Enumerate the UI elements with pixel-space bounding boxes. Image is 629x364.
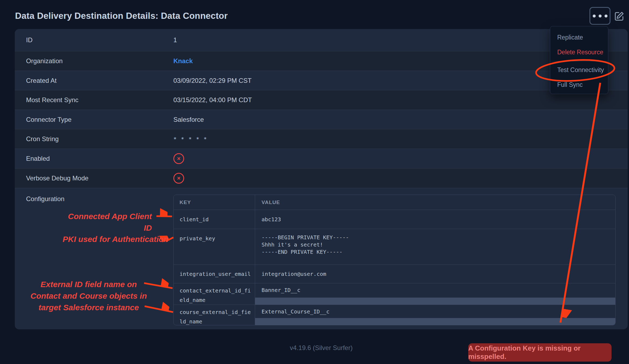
column-header-key: KEY xyxy=(174,195,255,210)
detail-value: 1 xyxy=(173,36,177,44)
config-row-private-key: private_key -----BEGIN PRIVATE KEY----- … xyxy=(174,229,615,265)
menu-item-full-sync[interactable]: Full Sync xyxy=(550,77,608,92)
more-actions-button[interactable] xyxy=(589,7,610,25)
edit-button[interactable] xyxy=(614,11,625,22)
config-key: course_external_id_field_name xyxy=(174,305,255,325)
detail-value: 03/09/2022, 02:29 PM CST xyxy=(173,77,252,84)
detail-row-verbose-debug-mode: Verbose Debug Mode ✕ xyxy=(15,168,628,188)
ellipsis-icon xyxy=(605,15,607,17)
organization-link[interactable]: Knack xyxy=(173,57,193,65)
detail-label: ID xyxy=(15,36,173,44)
menu-divider xyxy=(550,61,608,61)
config-value: Banner_ID__c xyxy=(255,283,615,305)
detail-value: * * * * * xyxy=(173,136,207,142)
menu-item-replicate[interactable]: Replicate xyxy=(550,30,608,45)
horizontal-scrollbar[interactable] xyxy=(255,318,615,325)
menu-item-delete-resource[interactable]: Delete Resource xyxy=(550,45,608,60)
detail-label: Created At xyxy=(15,77,173,84)
detail-row-created-at: Created At 03/09/2022, 02:29 PM CST xyxy=(15,71,628,90)
page-title: Data Delivery Destination Details: Data … xyxy=(15,11,228,21)
detail-row-enabled: Enabled ✕ xyxy=(15,149,628,168)
disabled-x-icon: ✕ xyxy=(173,153,184,164)
horizontal-scrollbar[interactable] xyxy=(255,298,615,305)
detail-value: 03/15/2022, 04:00 PM CDT xyxy=(173,96,252,104)
config-row-integration-user-email: integration_user_email integration@user.… xyxy=(174,265,615,283)
config-key: private_key xyxy=(174,229,255,265)
ellipsis-icon xyxy=(593,15,596,17)
config-key: client_id xyxy=(174,210,255,229)
column-header-value: VALUE xyxy=(255,195,615,210)
config-key: integration_user_email xyxy=(174,265,255,283)
config-row-contact-external-id-field-name: contact_external_id_field_name Banner_ID… xyxy=(174,283,615,305)
detail-label: Verbose Debug Mode xyxy=(15,174,173,182)
details-card: ID 1 Organization Knack Created At 03/09… xyxy=(15,29,628,329)
menu-item-test-connectivity[interactable]: Test Connectivity xyxy=(550,63,608,77)
config-row-client-id: client_id abc123 xyxy=(174,210,615,229)
config-value: integration@user.com xyxy=(255,265,615,283)
config-key: contact_external_id_field_name xyxy=(174,283,255,305)
config-value: abc123 xyxy=(255,210,615,229)
error-toast: A Configuration Key is missing or misspe… xyxy=(468,343,612,362)
actions-dropdown-menu: Replicate Delete Resource Test Connectiv… xyxy=(550,26,608,94)
detail-row-organization: Organization Knack xyxy=(15,51,628,71)
detail-row-id: ID 1 xyxy=(15,29,628,51)
detail-row-cron-string: Cron String * * * * * xyxy=(15,129,628,149)
edit-icon xyxy=(614,11,625,22)
detail-row-connector-type: Connector Type Salesforce xyxy=(15,110,628,129)
detail-label: Configuration xyxy=(15,188,173,203)
config-value: -----BEGIN PRIVATE KEY----- Shhh it's a … xyxy=(255,229,615,265)
detail-value: Salesforce xyxy=(173,116,204,123)
ellipsis-icon xyxy=(599,15,602,17)
detail-label: Cron String xyxy=(15,135,173,143)
detail-label: Connector Type xyxy=(15,116,173,123)
configuration-table-header: KEY VALUE xyxy=(174,195,615,210)
disabled-x-icon: ✕ xyxy=(173,173,184,184)
config-row-course-external-id-field-name: course_external_id_field_name External_C… xyxy=(174,305,615,325)
detail-row-configuration: Configuration KEY VALUE client_id abc123… xyxy=(15,188,628,329)
detail-row-most-recent-sync: Most Recent Sync 03/15/2022, 04:00 PM CD… xyxy=(15,90,628,110)
detail-label: Enabled xyxy=(15,155,173,162)
configuration-table: KEY VALUE client_id abc123 private_key -… xyxy=(173,195,616,325)
detail-label: Organization xyxy=(15,57,173,65)
config-value: External_Course_ID__c xyxy=(255,305,615,325)
detail-label: Most Recent Sync xyxy=(15,96,173,104)
